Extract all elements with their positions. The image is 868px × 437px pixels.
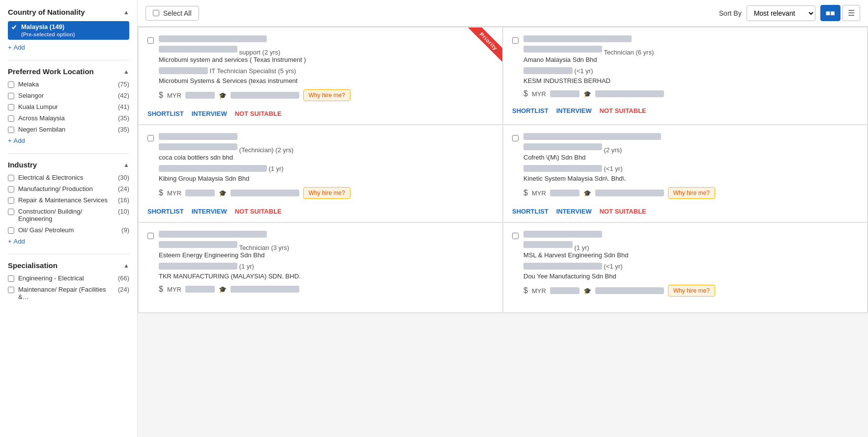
interview-link-1[interactable]: INTERVIEW (192, 110, 227, 117)
con-checkbox[interactable] (8, 209, 14, 215)
sort-select[interactable]: Most relevant Newest first Oldest first (747, 5, 815, 21)
con-count: (10) (118, 208, 129, 215)
og-label: Oil/ Gas/ Petroleum (18, 226, 117, 234)
card-2-actions: SHORTLIST INTERVIEW NOT SUITABLE (512, 107, 858, 114)
ee-checkbox[interactable] (8, 175, 14, 181)
candidate-2-name-blur-2 (523, 46, 602, 53)
candidate-5-name-blur-1 (159, 231, 267, 238)
shortlist-link-4[interactable]: SHORTLIST (512, 208, 549, 215)
add-country-link[interactable]: + Add (8, 44, 129, 51)
rm-checkbox[interactable] (8, 197, 14, 204)
edu-icon-1: 🎓 (219, 92, 227, 99)
ns-count: (35) (118, 126, 129, 133)
card-1-body: support (2 yrs) Microbumi system and ser… (159, 35, 493, 106)
filter-item-repair-maintenance[interactable]: Repair & Maintenance Services (16) (8, 196, 129, 204)
mfg-checkbox[interactable] (8, 186, 14, 192)
card-4-exp2: (<1 yr) (523, 165, 858, 174)
card-4-actions: SHORTLIST INTERVIEW NOT SUITABLE (512, 208, 858, 215)
card-1-company2: Microbumi Systems & Services (texas inst… (159, 77, 493, 84)
candidate-card-4: (2 yrs) Cofreth \(M\) Sdn Bhd (<1 yr) Ki… (503, 125, 867, 222)
across-label: Across Malaysia (18, 114, 114, 122)
why-hire-button-4[interactable]: Why hire me? (668, 187, 715, 199)
edu-blur-6 (595, 287, 664, 294)
candidate-card-6: (1 yr) MSL & Harvest Engineering Sdn Bhd… (503, 223, 867, 312)
melaka-checkbox[interactable] (8, 82, 14, 88)
card-3-checkbox[interactable] (147, 135, 154, 141)
filter-item-negeri-sembilan[interactable]: Negeri Sembilan (35) (8, 126, 129, 133)
card-1-checkbox[interactable] (147, 37, 154, 44)
why-hire-button-1[interactable]: Why hire me? (303, 89, 350, 101)
maint-checkbox[interactable] (8, 287, 14, 293)
filter-specialisation: Specialisation ▲ Engineering - Electrica… (8, 261, 129, 300)
rm-label: Repair & Maintenance Services (18, 196, 114, 204)
list-view-button[interactable]: ☰ (842, 5, 860, 21)
malaysia-checkbox[interactable] (11, 24, 17, 30)
not-suitable-link-3[interactable]: NOT SUITABLE (235, 208, 282, 215)
shortlist-link-3[interactable]: SHORTLIST (147, 208, 184, 215)
card-2-salary-row: $ MYR 🎓 (523, 89, 858, 98)
shortlist-link-2[interactable]: SHORTLIST (512, 107, 549, 114)
sort-by-label: Sort By (719, 9, 742, 17)
card-6-salary-row: $ MYR 🎓 Why hire me? (523, 285, 858, 297)
filter-item-kl[interactable]: Kuala Lumpur (41) (8, 103, 129, 110)
filter-item-across-malaysia[interactable]: Across Malaysia (35) (8, 114, 129, 122)
maint-label: Maintenance/ Repair (Facilities &… (18, 286, 114, 300)
filter-item-construction[interactable]: Construction/ Building/ Engineering (10) (8, 208, 129, 222)
add-location-link[interactable]: + Add (8, 137, 129, 144)
myr-label-3: MYR (167, 190, 181, 197)
view-toggle: ■■ ☰ (820, 5, 860, 21)
filter-item-malaysia[interactable]: Malaysia (149) (Pre-selected option) (8, 21, 129, 40)
plus-icon-industry: + (8, 238, 12, 245)
card-3-salary-row: $ MYR 🎓 Why hire me? (159, 187, 493, 199)
card-6-top: (1 yr) MSL & Harvest Engineering Sdn Bhd… (512, 231, 858, 301)
card-6-checkbox[interactable] (512, 233, 519, 239)
filter-industry: Industry ▲ Electrical & Electronics (30)… (8, 161, 129, 245)
candidate-card-1: Priority support (2 yrs) Microbumi syste… (139, 27, 502, 124)
selangor-checkbox[interactable] (8, 93, 14, 99)
filter-item-manufacturing[interactable]: Manufacturing/ Production (24) (8, 185, 129, 192)
eng-el-checkbox[interactable] (8, 275, 14, 282)
card-4-checkbox[interactable] (512, 135, 519, 141)
filter-spec-label: Specialisation (8, 261, 58, 270)
filter-item-engineering-electrical[interactable]: Engineering - Electrical (66) (8, 274, 129, 282)
card-3-company2: Kibing Group Malaysia Sdn Bhd (159, 175, 493, 182)
card-6-exp1: (1 yr) (573, 244, 589, 251)
candidate-card-3: (Technician) (2 yrs) coca cola bottlers … (139, 125, 502, 222)
card-5-body: Technician (3 yrs) Esteem Energy Enginee… (159, 231, 493, 299)
interview-link-4[interactable]: INTERVIEW (556, 208, 592, 215)
candidate-2-name-blur-1 (523, 35, 632, 42)
not-suitable-link-4[interactable]: NOT SUITABLE (600, 208, 646, 215)
melaka-label: Melaka (18, 81, 114, 88)
filter-item-oil-gas[interactable]: Oil/ Gas/ Petroleum (9) (8, 226, 129, 234)
salary-blur-5 (185, 286, 215, 293)
candidate-1-name-blur-2 (159, 46, 237, 53)
card-2-checkbox[interactable] (512, 37, 519, 44)
filter-item-electrical-electronics[interactable]: Electrical & Electronics (30) (8, 174, 129, 181)
select-all-checkbox[interactable] (153, 10, 159, 16)
ns-checkbox[interactable] (8, 127, 14, 133)
why-hire-button-3[interactable]: Why hire me? (303, 187, 350, 199)
shortlist-link-1[interactable]: SHORTLIST (147, 110, 184, 117)
select-all-button[interactable]: Select All (145, 6, 199, 21)
interview-link-2[interactable]: INTERVIEW (556, 107, 592, 114)
card-5-checkbox[interactable] (147, 233, 154, 239)
why-hire-button-6[interactable]: Why hire me? (668, 285, 715, 297)
og-checkbox[interactable] (8, 227, 14, 234)
not-suitable-link-1[interactable]: NOT SUITABLE (235, 110, 282, 117)
edu-icon-5: 🎓 (219, 286, 227, 293)
dollar-icon-2: $ (523, 89, 528, 98)
candidate-6-name-blur-2 (523, 241, 573, 248)
myr-label-4: MYR (532, 190, 546, 197)
interview-link-3[interactable]: INTERVIEW (192, 208, 227, 215)
grid-view-button[interactable]: ■■ (820, 5, 840, 21)
filter-item-selangor[interactable]: Selangor (42) (8, 92, 129, 99)
add-industry-link[interactable]: + Add (8, 238, 129, 245)
not-suitable-link-2[interactable]: NOT SUITABLE (600, 107, 646, 114)
filter-item-maintenance-repair[interactable]: Maintenance/ Repair (Facilities &… (24) (8, 286, 129, 300)
candidate-3-name-blur-2 (159, 143, 237, 150)
kl-checkbox[interactable] (8, 104, 14, 110)
filter-item-melaka[interactable]: Melaka (75) (8, 81, 129, 88)
card-5-top: Technician (3 yrs) Esteem Energy Enginee… (147, 231, 493, 299)
add-location-label: Add (14, 137, 25, 144)
across-checkbox[interactable] (8, 115, 14, 122)
